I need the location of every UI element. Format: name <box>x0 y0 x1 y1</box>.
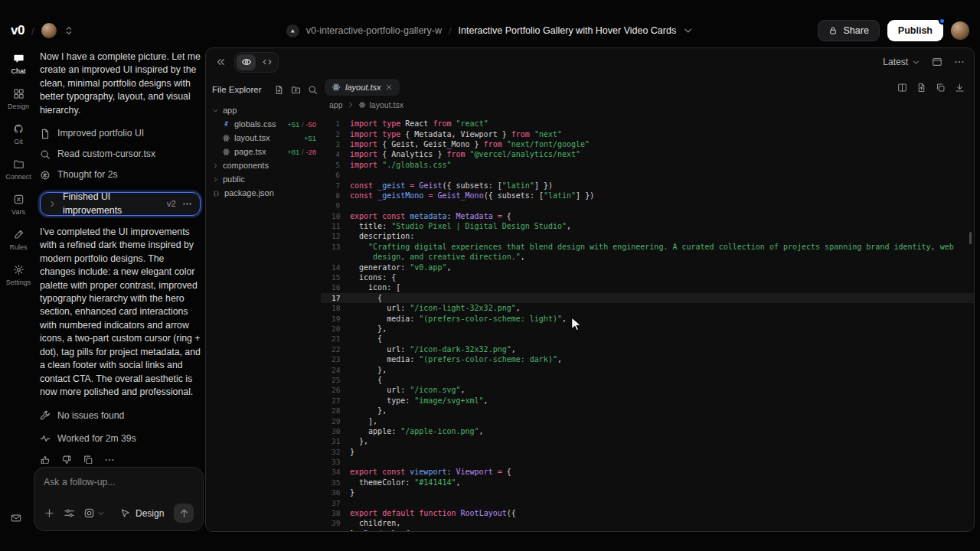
code-line[interactable]: 5import "./globals.css" <box>321 160 974 170</box>
code-line[interactable]: 19 media: "(prefers-color-scheme: light)… <box>321 313 974 323</box>
code-line[interactable]: 22 url: "/icon-dark-32x32.png", <box>321 344 974 354</box>
user-avatar[interactable] <box>951 21 969 40</box>
open-in-browser-button[interactable] <box>932 57 942 67</box>
code-line[interactable]: 27 type: "image/svg+xml", <box>321 396 974 406</box>
export-file-button[interactable] <box>916 83 926 93</box>
close-tab-icon[interactable] <box>385 83 393 91</box>
copy-code-button[interactable] <box>936 83 946 93</box>
code-line[interactable]: 8const _geistMono = Geist_Mono({ subsets… <box>321 191 974 201</box>
code-line[interactable]: 30 apple: "/apple-icon.png", <box>321 426 974 436</box>
tree-item-page.tsx[interactable]: page.tsx+81 / -28 <box>212 145 318 158</box>
tool-step[interactable]: Thought for 2s <box>40 165 201 185</box>
download-button[interactable] <box>955 83 965 93</box>
copy-button[interactable] <box>83 455 93 464</box>
tree-item-app[interactable]: app <box>212 103 318 117</box>
v0-logo[interactable]: v0 <box>11 23 24 38</box>
code-line[interactable]: design, and creative direction.", <box>321 252 974 262</box>
code-line[interactable]: 11 title: "Studio Pixel | Digital Design… <box>321 221 974 231</box>
thumbs-down-button[interactable] <box>61 455 72 464</box>
chat-title[interactable]: Interactive Portfolio Gallery with Hover… <box>459 25 677 36</box>
version-card[interactable]: Finished UI improvements v2 <box>40 192 201 216</box>
followup-input[interactable] <box>44 477 194 487</box>
settings-sliders-button[interactable] <box>64 507 75 519</box>
version-card-more-icon[interactable] <box>182 199 192 209</box>
code-line[interactable]: 21 { <box>321 334 974 344</box>
code-line[interactable]: 36} <box>321 487 974 497</box>
share-button[interactable]: Share <box>818 20 879 41</box>
code-line[interactable]: 29 ], <box>321 416 974 425</box>
code-line[interactable]: 37 <box>321 497 974 507</box>
code-line[interactable]: 23 media: "(prefers-color-scheme: dark)"… <box>321 354 974 364</box>
code-area[interactable]: 1import type React from "react"2import t… <box>321 112 974 531</box>
new-file-button[interactable] <box>274 85 284 95</box>
code-line[interactable]: 26 url: "/icon.svg", <box>321 385 974 395</box>
split-editor-button[interactable] <box>897 83 907 93</box>
rail-item-vars[interactable]: Vars <box>0 187 37 222</box>
code-line[interactable]: 16 icon: [ <box>321 282 974 292</box>
project-name[interactable]: v0-interactive-portfolio-gallery-w <box>306 25 442 36</box>
breadcrumb-folder[interactable]: app <box>329 100 343 109</box>
new-folder-button[interactable] <box>291 85 301 95</box>
code-line[interactable]: 34export const viewport: Viewport = { <box>321 467 974 477</box>
tree-item-globals.css[interactable]: #globals.css+51 / -50 <box>212 117 318 131</box>
code-line[interactable]: 12 description: <box>321 231 974 241</box>
tree-item-components[interactable]: components <box>212 158 318 172</box>
code-line[interactable]: 3import { Geist, Geist_Mono } from "next… <box>321 139 974 149</box>
code-line[interactable]: 7const _geist = Geist({ subsets: ["latin… <box>321 180 974 190</box>
rail-item-rules[interactable]: Rules <box>0 222 37 257</box>
preview-toggle-button[interactable] <box>237 54 256 70</box>
rail-item-git[interactable]: Git <box>0 116 37 152</box>
code-toggle-button[interactable] <box>257 54 276 70</box>
tool-step[interactable]: Improved portfolio UI <box>40 123 201 144</box>
code-line[interactable]: 33 <box>321 457 974 467</box>
code-line[interactable]: 14 generator: "v0.app", <box>321 262 974 272</box>
rail-item-settings[interactable]: Settings <box>0 257 37 292</box>
mail-icon[interactable] <box>11 513 21 523</box>
tree-item-public[interactable]: public <box>212 172 318 186</box>
team-switcher-chevron-icon[interactable] <box>64 25 74 36</box>
tree-item-layout.tsx[interactable]: layout.tsx+51 <box>212 131 318 145</box>
code-line[interactable]: 39 children, <box>321 518 974 528</box>
code-line[interactable]: 35 themeColor: "#141414", <box>321 478 974 487</box>
editor-breadcrumb[interactable]: app layout.tsx <box>321 96 974 112</box>
code-line[interactable]: 31 }, <box>321 436 974 446</box>
code-line[interactable]: 10export const metadata: Metadata = { <box>321 211 974 221</box>
editor-scrollbar-thumb[interactable] <box>969 232 972 244</box>
publish-button[interactable]: Publish <box>887 20 943 41</box>
tree-item-package.json[interactable]: {}package.json <box>212 186 318 200</box>
theme-selector[interactable] <box>83 507 105 519</box>
code-line[interactable]: 24 }, <box>321 364 974 374</box>
rail-item-design[interactable]: Design <box>0 81 37 116</box>
code-line[interactable]: 1import type React from "react" <box>321 119 974 129</box>
rail-item-chat[interactable]: Chat <box>0 46 37 81</box>
design-mode-toggle[interactable]: Design <box>119 507 164 519</box>
issues-status[interactable]: No issues found <box>40 405 201 426</box>
collapse-panel-button[interactable] <box>215 57 226 67</box>
attach-button[interactable] <box>44 507 55 519</box>
code-line[interactable]: 2import type { Metadata, Viewport } from… <box>321 129 974 139</box>
team-avatar[interactable] <box>41 23 57 38</box>
code-line[interactable]: 20 }, <box>321 324 974 334</box>
worked-status[interactable]: Worked for 2m 39s <box>40 428 201 449</box>
code-line[interactable]: 13 "Crafting digital experiences that bl… <box>321 242 974 252</box>
tab-layout-tsx[interactable]: layout.tsx <box>325 79 400 96</box>
code-line[interactable]: 25 { <box>321 375 974 385</box>
code-line[interactable]: 6 <box>321 170 974 180</box>
code-line[interactable]: 9 <box>321 201 974 210</box>
code-line[interactable]: 40}: Readonly<{ <box>321 529 974 531</box>
tool-step[interactable]: Read custom-cursor.tsx <box>40 144 201 165</box>
panel-more-button[interactable] <box>954 57 965 67</box>
code-line[interactable]: 28 }, <box>321 406 974 416</box>
chat-title-chevron-icon[interactable] <box>683 25 694 36</box>
rail-item-connect[interactable]: Connect <box>0 152 37 187</box>
thumbs-up-button[interactable] <box>40 455 51 464</box>
code-line[interactable]: 15 icons: { <box>321 272 974 282</box>
code-line[interactable]: 17 { <box>321 293 974 303</box>
code-line[interactable]: 4import { Analytics } from "@vercel/anal… <box>321 149 974 159</box>
code-line[interactable]: 18 url: "/icon-light-32x32.png", <box>321 303 974 313</box>
version-selector[interactable]: Latest <box>883 57 920 67</box>
breadcrumb-file[interactable]: layout.tsx <box>370 100 403 109</box>
more-actions-button[interactable] <box>104 455 115 464</box>
code-line[interactable]: 38export default function RootLayout({ <box>321 508 974 518</box>
send-button[interactable] <box>174 504 194 523</box>
